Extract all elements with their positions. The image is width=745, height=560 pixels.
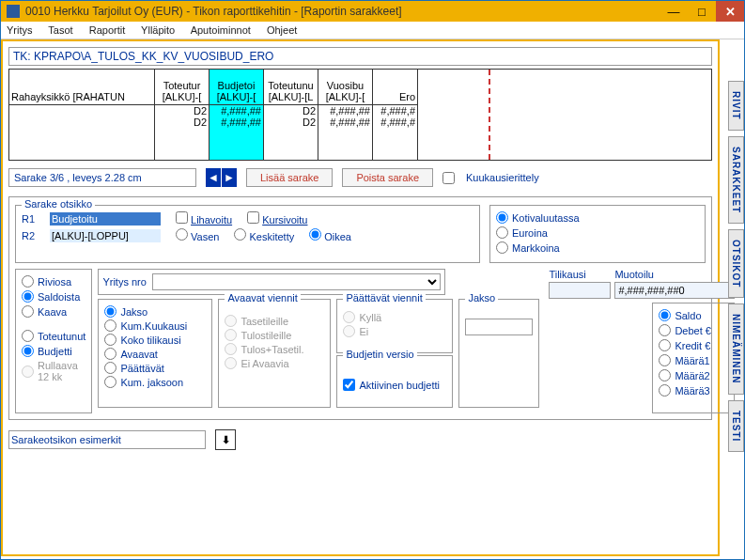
menubar: Yritys Tasot Raportit Ylläpito Aputoimin… (1, 22, 744, 39)
sarake-otsikko-group: Sarake otsikko R1 Lihavoitu Kursivoitu R… (15, 205, 480, 263)
grid-hdr4-1: Vuosibu (320, 80, 370, 91)
lihavoitu-checkbox[interactable] (176, 211, 188, 224)
remove-column-button[interactable]: Poista sarake (342, 168, 433, 187)
rullaava-radio (22, 366, 34, 378)
jakso-radio[interactable] (104, 305, 116, 318)
grid-c2-r1: #,###,## (210, 105, 263, 117)
kursivoitu-checkbox[interactable] (247, 211, 259, 224)
add-column-button[interactable]: Lisää sarake (246, 168, 333, 187)
jakso-label: Jakso (120, 306, 147, 318)
sarake-otsikko-title: Sarake otsikko (22, 198, 95, 210)
menu-ohjeet[interactable]: Ohjeet (267, 24, 297, 36)
example-input[interactable] (8, 430, 206, 449)
kumjaksoon-label: Kum. jaksoon (120, 377, 183, 388)
debet-label: Debet € (675, 325, 711, 336)
kotivaluutta-label: Kotivaluutassa (512, 212, 580, 224)
kumkk-label: Kum.Kuukausi (120, 320, 187, 332)
selected-column[interactable]: Budjetoi[ALKU]-[ #,###,## #,###,## (210, 70, 264, 160)
paat-kylla-radio (343, 311, 355, 323)
minimize-button[interactable]: — (660, 1, 688, 22)
saldo-radio[interactable] (659, 309, 671, 321)
align-keski-radio[interactable] (234, 228, 246, 241)
menu-yritys[interactable]: Yritys (7, 24, 33, 36)
aktiivinen-checkbox[interactable] (343, 379, 355, 391)
budjetti-radio[interactable] (22, 345, 34, 357)
menu-yllapito[interactable]: Ylläpito (141, 24, 175, 36)
menu-aputoiminnot[interactable]: Aputoiminnot (191, 24, 251, 36)
riviosa-radio[interactable] (22, 275, 34, 288)
markkoina-radio[interactable] (496, 241, 508, 254)
currency-group: Kotivaluutassa Euroina Markkoina (489, 205, 706, 263)
app-icon (7, 5, 20, 18)
paattavat-label: Päättävät (120, 363, 163, 374)
jakso-input[interactable] (465, 319, 533, 335)
r1-input[interactable] (50, 212, 161, 226)
tulostileille-label: Tulostileille (241, 330, 291, 341)
yritys-select[interactable] (152, 273, 442, 290)
kaava-radio[interactable] (22, 305, 34, 318)
window-title: 0010 Herkku Tarjoilut Oy (EUR) - Tikon r… (25, 5, 402, 18)
avaavat-title: Avaavat viennit (225, 292, 300, 303)
paat-ei-radio (343, 325, 355, 337)
kumkk-radio[interactable] (104, 319, 116, 332)
rullaava-label: Rullaava 12 kk (38, 360, 85, 382)
nav-left-button[interactable]: ◄ (206, 168, 221, 187)
kredit-radio[interactable] (659, 339, 671, 351)
close-button[interactable]: ✕ (716, 1, 744, 22)
tasetileille-label: Tasetileille (241, 316, 288, 327)
keski-label: Keskitetty (250, 231, 295, 242)
tab-otsikot[interactable]: OTSIKOT (728, 229, 744, 298)
tulostasetil-radio (225, 343, 237, 355)
grid-c4-r2: #,###,## (318, 117, 372, 128)
align-vasen-radio[interactable] (176, 228, 188, 241)
saldoista-label: Saldoista (38, 291, 80, 303)
grid-hdr5-2: Ero (375, 91, 415, 102)
debet-radio[interactable] (659, 324, 671, 336)
kotivaluutta-radio[interactable] (496, 211, 508, 224)
tasetileille-radio (225, 315, 237, 327)
tab-sarakkeet[interactable]: SARAKKEET (728, 136, 744, 224)
tilikausi-label: Tilikausi (549, 269, 611, 280)
maara2-label: Määrä2 (675, 370, 709, 381)
maara2-radio[interactable] (659, 369, 671, 381)
aktiivinen-label: Aktiivinen budjetti (359, 380, 440, 391)
r2-input[interactable] (50, 229, 161, 242)
download-button[interactable]: ⬇ (215, 429, 236, 450)
menu-raportit[interactable]: Raportit (89, 24, 126, 36)
oikea-label: Oikea (324, 231, 351, 242)
avaavat-label: Avaavat (120, 349, 158, 360)
eiavaavia-radio (225, 357, 237, 369)
tab-testi[interactable]: TESTI (728, 400, 744, 452)
paattavat-radio[interactable] (104, 362, 116, 374)
euroina-radio[interactable] (496, 226, 508, 239)
menu-tasot[interactable]: Tasot (48, 24, 72, 36)
grid-c2-r2: #,###,## (210, 117, 263, 128)
muotoilu-input[interactable] (614, 282, 735, 299)
budjetti-label: Budjetti (38, 346, 72, 357)
koko-radio[interactable] (104, 334, 116, 346)
nav-right-button[interactable]: ► (222, 168, 237, 187)
tulostileille-radio (225, 329, 237, 341)
maximize-button[interactable]: □ (688, 1, 716, 22)
tab-nimeaminen[interactable]: NIMEÄMINEN (728, 303, 744, 394)
r2-label: R2 (22, 230, 44, 241)
r1-label: R1 (22, 213, 44, 225)
kk-erittely-checkbox[interactable] (442, 172, 455, 184)
toteutunut-radio[interactable] (22, 330, 34, 342)
maara1-radio[interactable] (659, 354, 671, 366)
titlebar: 0010 Herkku Tarjoilut Oy (EUR) - Tikon r… (1, 1, 744, 22)
tab-rivit[interactable]: RIVIT (728, 81, 744, 131)
grid-hdr4-2: [ALKU]-[ (320, 91, 370, 102)
page-width-line (489, 70, 490, 160)
avaavat-radio[interactable] (104, 348, 116, 360)
maara3-radio[interactable] (659, 384, 671, 397)
grid-c5-r1: #,###,# (373, 105, 417, 117)
align-oikea-radio[interactable] (309, 228, 321, 241)
saldoista-radio[interactable] (22, 290, 34, 303)
grid-hdr1-2: [ALKU]-[ (157, 91, 207, 102)
tilikausi-input[interactable] (549, 282, 611, 299)
grid-hdr3-1: Toteutunu (266, 80, 316, 91)
column-grid[interactable]: Rahayksikkö [RAHATUN Toteutur[ALKU]-[ D2… (8, 69, 712, 161)
kumjaksoon-radio[interactable] (104, 376, 116, 388)
paattavat-title: Päättävät viennit (343, 292, 425, 303)
